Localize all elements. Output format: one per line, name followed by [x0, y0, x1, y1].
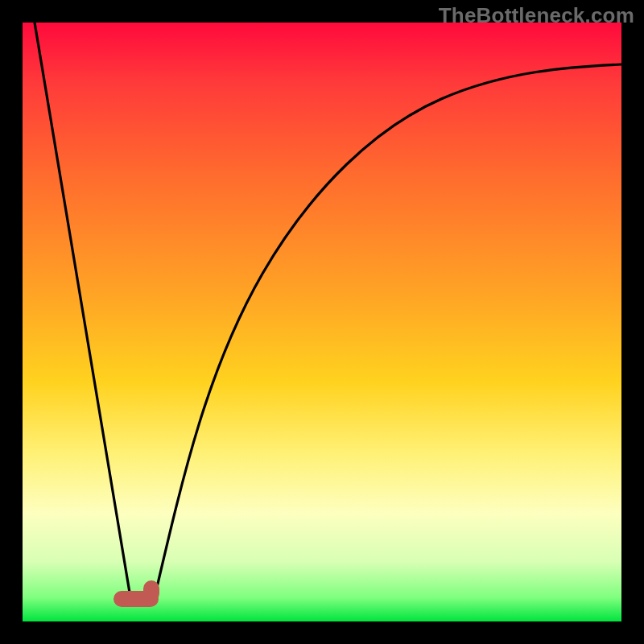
plot-area [23, 23, 621, 621]
curve-left-branch [35, 23, 130, 597]
watermark-text: TheBottleneck.com [439, 3, 634, 28]
curve-right-branch [155, 64, 621, 597]
minimum-marker-stem [143, 580, 159, 601]
chart-frame: TheBottleneck.com [0, 0, 644, 644]
curve-layer [23, 23, 621, 621]
